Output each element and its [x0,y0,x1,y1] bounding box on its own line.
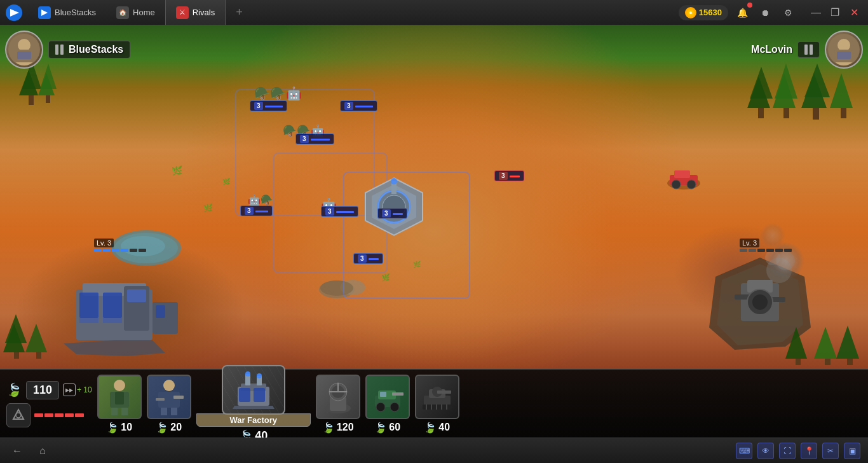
leaf-icon-tank: 🍃 [424,422,437,434]
tree-cluster-bottomright [779,289,862,368]
resource-count: 110 [26,381,59,399]
svg-rect-54 [103,318,122,323]
unit-badge-4: 3 [240,205,273,216]
grass-1: 🌿 [172,165,182,176]
health-row [6,403,92,427]
left-health-bar [94,249,146,252]
left-base-building[interactable] [64,251,191,362]
unit-num-1: 3 [254,102,263,110]
taskbar-right: ⌨ 👁 ⛶ 📍 ✂ ▣ [736,443,860,459]
bottom-ui: 🍃 110 ▶▶ + 10 [0,369,868,438]
svg-point-69 [687,180,696,189]
minimize-button[interactable]: — [807,4,825,22]
card-cost-soldier: 🍃 10 [106,422,132,434]
unit-num-5: 3 [325,207,334,216]
bluestacks-tab-label: BlueStacks [55,8,96,17]
enemy-vehicle [665,165,703,193]
unit-num-7: 3 [358,254,367,263]
svg-rect-92 [156,398,165,401]
titlebar-left: BlueStacks 🏠 Home ⚔ Rivals + [0,0,253,25]
svg-rect-19 [841,108,846,118]
card-image-war-factory [222,365,285,415]
svg-rect-86 [115,392,124,404]
card-slot-vehicle[interactable]: 🍃 60 [365,375,410,434]
cost-value-vehicle: 60 [389,422,400,433]
settings-button[interactable]: ⚙ [779,4,797,22]
svg-rect-70 [674,170,690,178]
leaf-icon-gunner: 🍃 [156,422,168,434]
player-right-info [797,41,820,58]
svg-point-62 [752,294,768,310]
svg-marker-21 [5,314,27,343]
leaf-icon-soldier: 🍃 [106,422,119,434]
card-slot-war-factory[interactable]: War Factory 🍃 40 [196,365,311,438]
svg-point-111 [390,403,399,411]
right-level-text: Lv. 3 [740,238,759,247]
bluestacks-tab-icon [38,6,51,19]
svg-rect-8 [46,95,50,103]
svg-marker-25 [785,327,807,359]
player-right-hud: McLovin [751,31,863,69]
svg-rect-53 [79,318,98,323]
special-action-button[interactable] [6,403,31,427]
coin-icon: ● [685,7,696,18]
card-slot-turret[interactable]: 🍃 120 [316,375,360,434]
svg-marker-101 [233,406,275,409]
card-slot-gunner[interactable]: 🍃 20 [147,375,191,434]
card-slot-tank[interactable]: 🍃 40 [415,375,459,434]
unit-badge-2: 3 [340,100,377,111]
svg-marker-13 [775,64,797,99]
record-button[interactable]: ⏺ [756,4,774,22]
notification-bell-button[interactable]: 🔔 [733,4,751,22]
card-center-cost: 🍃 40 [239,429,268,438]
cost-value-gunner: 20 [170,422,182,433]
right-health-bar [740,249,792,252]
location-icon[interactable]: 📍 [801,443,817,459]
grass-3: 🌿 [222,178,230,185]
home-tab-icon: 🏠 [116,6,129,19]
player-right-avatar [825,31,863,69]
layers-icon[interactable]: ▣ [844,443,860,459]
svg-marker-50 [64,340,165,356]
svg-marker-27 [814,327,837,359]
left-building-level: Lv. 3 [94,238,146,252]
resource-play-button[interactable]: ▶▶ [63,384,76,396]
unit-num-enemy: 3 [499,172,508,180]
back-button[interactable]: ← [8,441,27,460]
svg-rect-28 [825,359,831,365]
card-image-soldier [97,375,142,419]
keyboard-icon[interactable]: ⌨ [736,443,752,459]
rivals-tab-label: Rivals [193,8,215,17]
scissors-icon[interactable]: ✂ [822,443,839,459]
fullscreen-icon[interactable]: ⛶ [779,443,796,459]
tab-bluestacks[interactable]: BlueStacks [28,0,106,25]
svg-point-100 [257,373,262,378]
coin-display: ● 15630 [679,5,728,20]
eye-icon[interactable]: 👁 [757,443,774,459]
grass-2: 🌿 [203,204,213,212]
svg-rect-46 [79,293,98,318]
game-area[interactable]: 🌿 🌿 🌿 🌿 🌿 [0,25,868,438]
add-tab-button[interactable]: + [226,0,253,25]
unit-group-top[interactable]: 🪖🪖🤖 [254,86,302,101]
resource-section: 🍃 110 ▶▶ + 10 [6,381,92,427]
home-button[interactable]: ⌂ [33,441,52,460]
svg-rect-85 [121,408,128,415]
svg-marker-10 [750,67,773,99]
pause-icon-left [55,45,64,55]
bluestacks-logo [5,4,23,22]
unit-group-left-mid[interactable]: 🤖🪖 [248,194,273,206]
left-level-text: Lv. 3 [94,238,114,247]
svg-rect-96 [254,388,265,402]
svg-point-82 [114,380,125,391]
tab-home[interactable]: 🏠 Home [106,0,165,25]
restore-button[interactable]: ❐ [826,4,844,22]
close-button[interactable]: ✕ [845,4,863,22]
svg-rect-89 [161,408,167,415]
tab-rivals[interactable]: ⚔ Rivals [165,0,226,25]
card-slot-soldier[interactable]: 🍃 10 [97,375,142,434]
window-controls: — ❐ ✕ [807,4,863,22]
svg-rect-49 [127,289,146,302]
svg-rect-26 [796,359,801,365]
svg-marker-18 [830,73,853,108]
